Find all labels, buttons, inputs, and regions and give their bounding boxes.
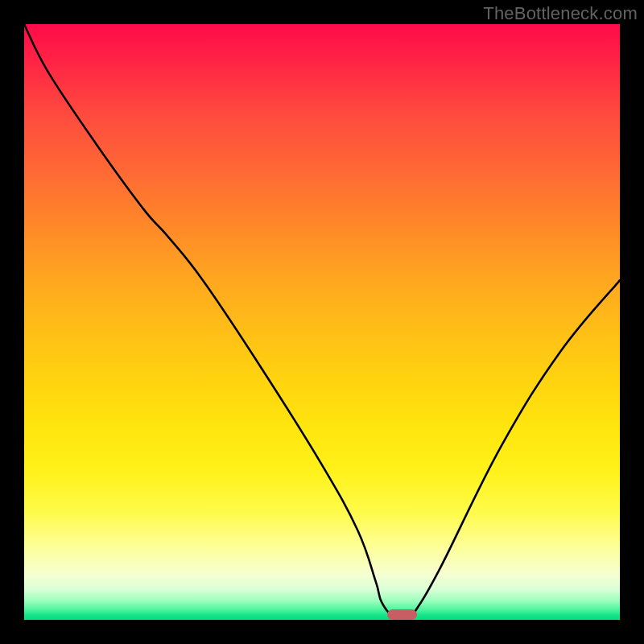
bottleneck-curve — [24, 24, 620, 620]
plot-area — [24, 24, 620, 620]
chart-frame: TheBottleneck.com — [0, 0, 644, 644]
watermark-text: TheBottleneck.com — [483, 3, 638, 24]
optimal-range-marker — [387, 609, 417, 620]
